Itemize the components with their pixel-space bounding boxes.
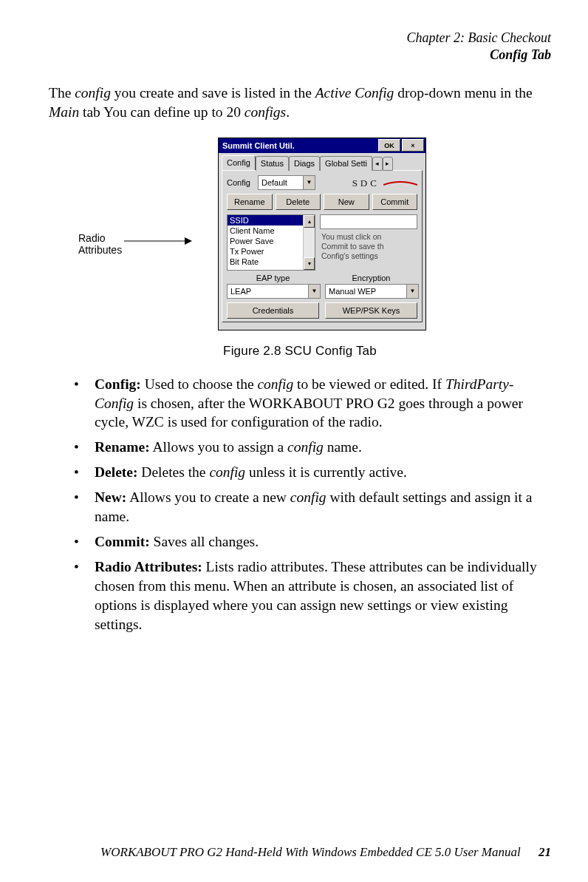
intro-text: tab You can define up to 20: [79, 104, 245, 120]
config-dropdown[interactable]: Default ▼: [258, 175, 315, 190]
figure-wrapper: Radio Attributes Summit Client Util. OK …: [49, 138, 551, 330]
ok-button[interactable]: OK: [378, 139, 400, 152]
intro-text: you create and save is listed in the: [111, 85, 315, 101]
bullet-delete: Delete: Deletes the config unless it is …: [74, 463, 547, 482]
intro-paragraph: The config you create and save is listed…: [49, 84, 551, 123]
attribute-value-input[interactable]: [320, 214, 417, 229]
encryption-dropdown[interactable]: Manual WEP ▼: [325, 284, 419, 299]
intro-italic: configs: [245, 104, 286, 120]
section-title: Config Tab: [49, 47, 551, 64]
tab-scroll-right[interactable]: ▸: [383, 157, 393, 171]
bullet-new: New: Allows you to create a new config w…: [74, 488, 547, 526]
close-button[interactable]: ×: [402, 139, 424, 152]
footer-text: WORKABOUT PRO G2 Hand-Held With Windows …: [100, 845, 521, 859]
title-bar: Summit Client Util. OK ×: [219, 138, 425, 153]
tab-global[interactable]: Global Setti: [320, 156, 372, 171]
callout-label: Radio Attributes: [78, 232, 122, 256]
chevron-down-icon: ▼: [303, 176, 315, 189]
eap-dropdown[interactable]: LEAP ▼: [227, 284, 321, 299]
svg-marker-1: [185, 237, 192, 245]
tab-config[interactable]: Config: [222, 155, 256, 170]
wep-keys-button[interactable]: WEP/PSK Keys: [325, 302, 417, 319]
intro-text: The: [49, 85, 75, 101]
commit-hint: You must click on Commit to save th Conf…: [320, 231, 417, 261]
commit-button[interactable]: Commit: [372, 194, 418, 210]
bullet-commit: Commit: Saves all changes.: [74, 532, 547, 552]
window-title: Summit Client Util.: [220, 141, 377, 150]
encryption-value: Manual WEP: [326, 285, 406, 298]
encryption-label: Encryption: [325, 274, 417, 282]
new-button[interactable]: New: [324, 194, 369, 210]
tab-strip: Config Status Diags Global Setti ◂ ▸: [222, 155, 423, 170]
tab-scroll-left[interactable]: ◂: [372, 157, 383, 171]
list-item[interactable]: Tx Power: [228, 246, 303, 257]
credentials-button[interactable]: Credentials: [227, 302, 319, 319]
sdc-swoosh-icon: [383, 181, 417, 186]
intro-italic: Main: [49, 104, 79, 120]
sdc-logo: SDC: [352, 177, 380, 189]
bullet-config: Config: Used to choose the config to be …: [74, 375, 547, 432]
chevron-down-icon: ▼: [406, 285, 418, 298]
intro-italic: config: [75, 85, 111, 101]
page-number: 21: [539, 845, 551, 859]
chevron-down-icon: ▼: [308, 285, 320, 298]
intro-italic: Active Config: [315, 85, 394, 101]
bullet-rename: Rename: Allows you to assign a config na…: [74, 438, 547, 457]
eap-label: EAP type: [227, 274, 319, 282]
page-footer: WORKABOUT PRO G2 Hand-Held With Windows …: [49, 838, 551, 860]
page-header: Chapter 2: Basic Checkout Config Tab: [49, 30, 551, 63]
list-item[interactable]: Client Name: [228, 225, 303, 236]
config-panel: Config Default ▼ SDC Rename Delete New C…: [222, 170, 423, 322]
list-item[interactable]: Bit Rate: [228, 257, 303, 267]
config-value: Default: [259, 176, 303, 189]
chapter-title: Chapter 2: Basic Checkout: [49, 30, 551, 47]
config-label: Config: [227, 178, 255, 187]
callout-line: Radio: [78, 232, 122, 244]
intro-text: drop-down menu in the: [394, 85, 532, 101]
scroll-down-icon[interactable]: ▾: [304, 257, 315, 270]
list-item[interactable]: SSID: [228, 215, 303, 225]
bullet-radio-attributes: Radio Attributes: Lists radio attributes…: [74, 557, 547, 634]
callout-arrow-icon: [124, 237, 192, 245]
list-scrollbar[interactable]: ▴ ▾: [303, 215, 315, 270]
intro-text: .: [286, 104, 290, 120]
delete-button[interactable]: Delete: [276, 194, 321, 210]
list-item[interactable]: Power Save: [228, 236, 303, 246]
tab-diags[interactable]: Diags: [289, 156, 320, 171]
tab-status[interactable]: Status: [256, 156, 289, 171]
scu-window: Summit Client Util. OK × Config Status D…: [218, 138, 426, 330]
description-list: Config: Used to choose the config to be …: [49, 375, 551, 640]
rename-button[interactable]: Rename: [227, 194, 273, 210]
scroll-up-icon[interactable]: ▴: [304, 215, 315, 228]
radio-attributes-list[interactable]: SSID Client Name Power Save Tx Power Bit…: [227, 214, 315, 271]
eap-value: LEAP: [228, 285, 308, 298]
figure-caption: Figure 2.8 SCU Config Tab: [49, 344, 551, 359]
callout-line: Attributes: [78, 244, 122, 256]
